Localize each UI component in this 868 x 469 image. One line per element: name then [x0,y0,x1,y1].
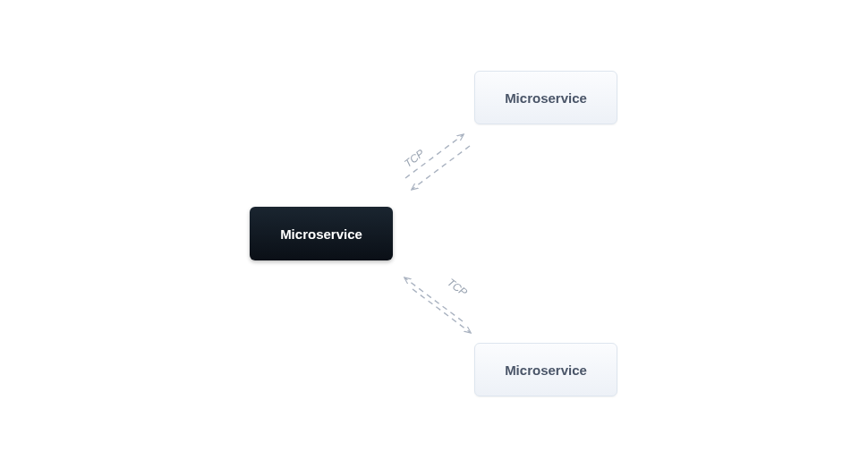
microservice-node-top-label: Microservice [505,90,587,106]
microservice-node-main: Microservice [250,207,393,260]
microservice-node-bottom: Microservice [474,343,617,397]
tcp-connector-bottom [393,260,482,343]
tcp-label-bottom: TCP [445,276,470,299]
microservice-node-main-label: Microservice [280,226,362,242]
microservice-node-top: Microservice [474,71,617,124]
microservice-node-bottom-label: Microservice [505,362,587,378]
tcp-label-top: TCP [402,147,427,170]
